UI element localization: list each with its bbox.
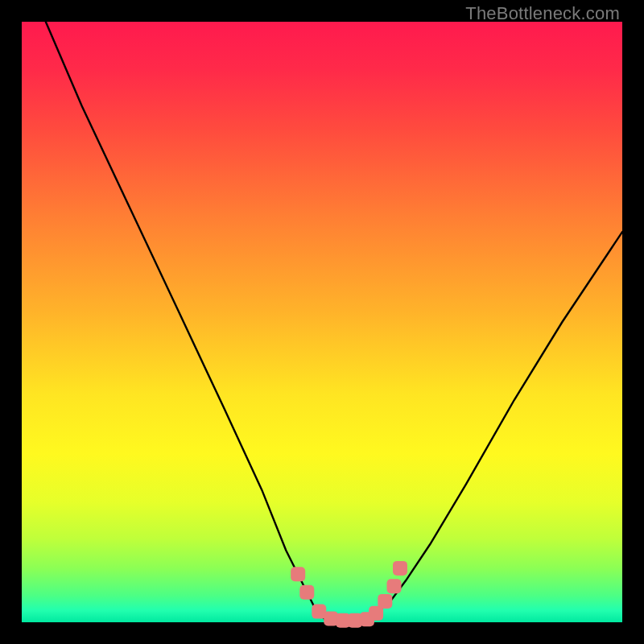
highlight-dot (393, 561, 407, 576)
curve-layer (22, 22, 622, 622)
plot-area (22, 22, 622, 622)
bottleneck-curve (46, 22, 622, 622)
highlight-dot (387, 579, 402, 593)
highlight-dot (299, 585, 314, 600)
highlight-dot (291, 567, 305, 581)
highlight-dots (291, 561, 407, 628)
highlight-dot (378, 594, 392, 609)
chart-frame: TheBottleneck.com (0, 0, 644, 644)
